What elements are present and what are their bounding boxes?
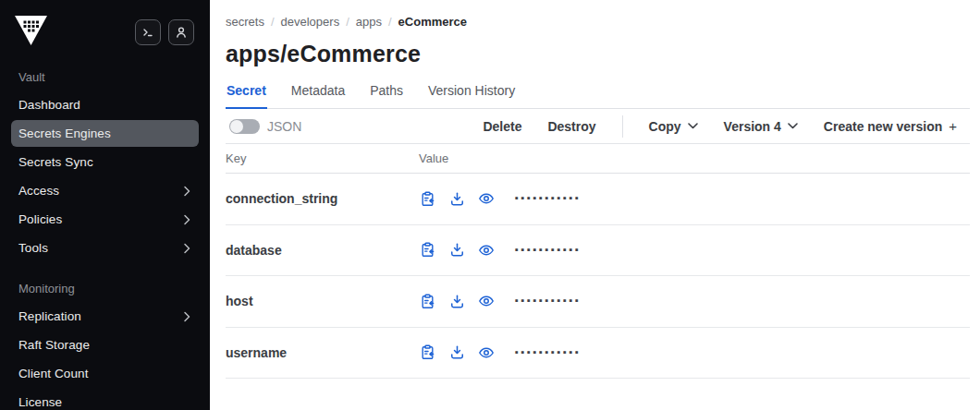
console-button[interactable]	[135, 19, 161, 45]
sidebar-item-dashboard[interactable]: Dashboard	[11, 91, 199, 118]
chevron-down-icon	[688, 123, 698, 129]
clipboard-copy-icon[interactable]	[419, 293, 435, 309]
sidebar-item-client-count[interactable]: Client Count	[11, 360, 199, 387]
chevron-right-icon	[183, 311, 191, 322]
sidebar-item-label: Secrets Sync	[18, 155, 93, 169]
plus-icon: +	[949, 118, 957, 134]
json-toggle[interactable]	[229, 119, 260, 134]
sidebar-nav: Vault Dashboard Secrets Engines Secrets …	[11, 65, 199, 410]
chevron-right-icon	[183, 243, 191, 254]
tab-secret[interactable]: Secret	[226, 79, 267, 109]
table-header: Key Value	[226, 144, 970, 174]
sidebar-item-label: Secrets Engines	[18, 127, 111, 140]
eye-icon[interactable]	[478, 293, 495, 309]
column-header-key: Key	[226, 151, 419, 165]
masked-secret-value: ▪▪▪▪▪▪▪▪▪▪▪	[515, 244, 582, 257]
delete-button[interactable]: Delete	[483, 119, 521, 134]
json-toggle-knob	[230, 120, 243, 133]
secret-value-cell: ▪▪▪▪▪▪▪▪▪▪▪	[419, 190, 582, 207]
terminal-icon	[141, 25, 155, 40]
tab-bar: SecretMetadataPathsVersion History	[226, 79, 970, 109]
sidebar-item-access[interactable]: Access	[11, 177, 199, 204]
json-toggle-label: JSON	[267, 119, 301, 134]
sidebar-item-label: Policies	[18, 212, 62, 226]
sidebar-item-label: Dashboard	[18, 98, 80, 112]
sidebar-item-secrets-engines[interactable]: Secrets Engines	[11, 120, 199, 147]
breadcrumb-item-secrets[interactable]: secrets	[226, 15, 264, 29]
version-dropdown[interactable]: Version 4	[724, 119, 798, 134]
chevron-down-icon	[788, 123, 798, 129]
sidebar: Vault Dashboard Secrets Engines Secrets …	[0, 0, 210, 410]
chevron-right-icon	[183, 214, 191, 225]
masked-secret-value: ▪▪▪▪▪▪▪▪▪▪▪	[515, 192, 582, 205]
breadcrumb-separator: /	[346, 15, 349, 29]
masked-secret-value: ▪▪▪▪▪▪▪▪▪▪▪	[515, 346, 582, 359]
breadcrumb-item-ecommerce: eCommerce	[398, 15, 467, 29]
sidebar-item-label: License	[18, 395, 62, 409]
masked-secret-value: ▪▪▪▪▪▪▪▪▪▪▪	[515, 295, 582, 308]
clipboard-copy-icon[interactable]	[419, 344, 435, 361]
sidebar-header	[11, 15, 199, 50]
sidebar-item-license[interactable]: License	[11, 389, 199, 410]
download-icon[interactable]	[448, 293, 465, 309]
destroy-button[interactable]: Destroy	[547, 119, 595, 134]
sidebar-item-label: Raft Storage	[18, 338, 90, 352]
secret-value-cell: ▪▪▪▪▪▪▪▪▪▪▪	[419, 293, 582, 309]
table-row: database	[226, 225, 970, 277]
secret-value-cell: ▪▪▪▪▪▪▪▪▪▪▪	[419, 344, 582, 361]
sidebar-item-label: Tools	[18, 241, 48, 255]
sidebar-item-replication[interactable]: Replication	[11, 303, 199, 330]
secret-toolbar: JSON Delete Destroy Copy Version 4 Creat…	[226, 109, 970, 144]
breadcrumb: secrets/developers/apps/eCommerce	[226, 15, 970, 29]
sidebar-item-label: Replication	[18, 309, 81, 323]
table-row: connection_string	[226, 174, 970, 225]
table-row: username	[226, 328, 970, 380]
breadcrumb-separator: /	[388, 15, 392, 29]
sidebar-item-secrets-sync[interactable]: Secrets Sync	[11, 149, 199, 175]
eye-icon[interactable]	[478, 344, 495, 361]
tab-paths[interactable]: Paths	[369, 79, 404, 108]
eye-icon[interactable]	[478, 190, 495, 207]
tab-metadata[interactable]: Metadata	[290, 79, 346, 108]
column-header-value: Value	[419, 151, 448, 165]
download-icon[interactable]	[448, 242, 465, 259]
download-icon[interactable]	[448, 190, 465, 207]
sidebar-item-label: Access	[18, 184, 59, 198]
user-menu-button[interactable]	[168, 19, 194, 45]
sidebar-item-tools[interactable]: Tools	[11, 235, 199, 261]
vault-logo[interactable]	[14, 15, 48, 50]
tab-version-history[interactable]: Version History	[427, 79, 516, 108]
clipboard-copy-icon[interactable]	[419, 190, 435, 207]
sidebar-item-policies[interactable]: Policies	[11, 206, 199, 233]
person-icon	[174, 25, 189, 40]
secret-value-cell: ▪▪▪▪▪▪▪▪▪▪▪	[419, 242, 582, 259]
main-content: secrets/developers/apps/eCommerce apps/e…	[210, 0, 980, 410]
secret-key-label: host	[226, 294, 419, 308]
table-row: host	[226, 276, 970, 328]
sidebar-item-label: Client Count	[18, 367, 89, 380]
breadcrumb-separator: /	[271, 15, 275, 29]
secret-key-label: connection_string	[226, 191, 419, 206]
breadcrumb-item-apps[interactable]: apps	[356, 15, 382, 29]
toolbar-divider	[622, 115, 623, 138]
breadcrumb-item-developers[interactable]: developers	[281, 15, 340, 29]
sidebar-item-raft-storage[interactable]: Raft Storage	[11, 332, 199, 358]
chevron-right-icon	[183, 186, 191, 197]
secret-key-label: username	[226, 345, 419, 360]
page-title: apps/eCommerce	[226, 41, 970, 67]
download-icon[interactable]	[448, 344, 465, 361]
eye-icon[interactable]	[478, 242, 495, 259]
copy-dropdown[interactable]: Copy	[649, 119, 698, 134]
secret-key-label: database	[226, 243, 419, 258]
clipboard-copy-icon[interactable]	[419, 242, 435, 259]
nav-section-label: Monitoring	[11, 276, 199, 301]
secret-table: connection_string	[226, 174, 970, 379]
create-new-version-button[interactable]: Create new version +	[824, 118, 957, 134]
nav-section-label: Vault	[11, 65, 199, 90]
